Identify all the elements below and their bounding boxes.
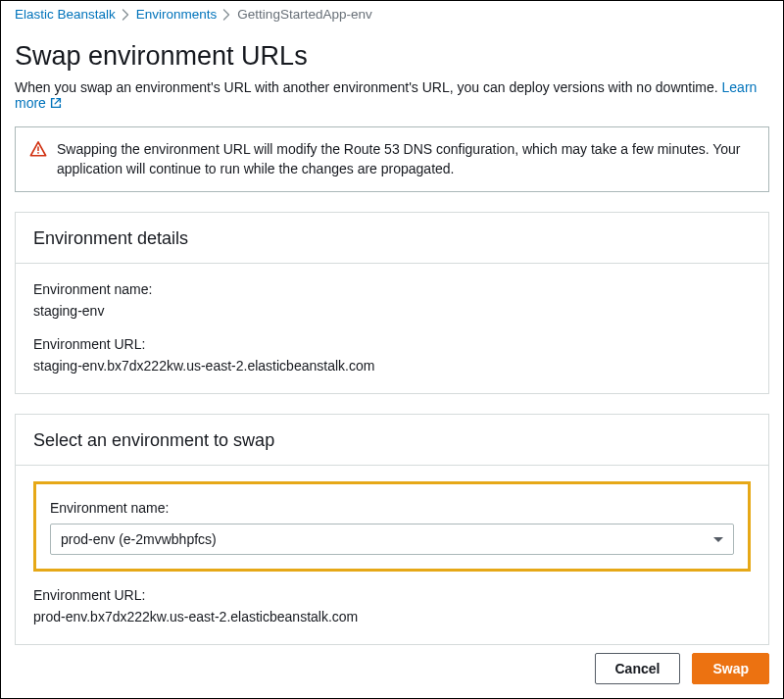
env-name-label: Environment name: <box>33 281 751 297</box>
env-name-value: staging-env <box>33 303 751 319</box>
breadcrumb: Elastic Beanstalk Environments GettingSt… <box>15 7 769 22</box>
breadcrumb-link-environments[interactable]: Environments <box>136 7 218 22</box>
env-url-value: staging-env.bx7dx222kw.us-east-2.elastic… <box>33 358 751 374</box>
external-link-icon <box>49 96 63 113</box>
env-name-label: Environment name: <box>50 500 734 516</box>
swap-button[interactable]: Swap <box>692 653 769 684</box>
breadcrumb-link-root[interactable]: Elastic Beanstalk <box>15 7 116 22</box>
env-url-label: Environment URL: <box>33 587 751 603</box>
env-url-value: prod-env.bx7dx222kw.us-east-2.elasticbea… <box>33 609 751 624</box>
panel-heading: Environment details <box>16 213 768 264</box>
page-title: Swap environment URLs <box>15 41 769 72</box>
environment-details-panel: Environment details Environment name: st… <box>15 212 769 394</box>
breadcrumb-current: GettingStartedApp-env <box>237 7 371 22</box>
warning-icon <box>29 139 47 161</box>
footer-buttons: Cancel Swap <box>595 653 770 684</box>
highlighted-field: Environment name: prod-env (e-2mvwbhpfcs… <box>33 481 751 572</box>
env-url-label: Environment URL: <box>33 336 751 352</box>
chevron-right-icon <box>222 9 231 21</box>
svg-rect-1 <box>37 152 39 154</box>
warning-alert: Swapping the environment URL will modify… <box>15 126 769 192</box>
panel-heading: Select an environment to swap <box>16 415 768 466</box>
subtitle-text: When you swap an environment's URL with … <box>15 79 722 95</box>
warning-text: Swapping the environment URL will modify… <box>57 139 755 179</box>
environment-select[interactable]: prod-env (e-2mvwbhpfcs) <box>50 524 734 555</box>
svg-rect-0 <box>37 146 39 151</box>
page-subtitle: When you swap an environment's URL with … <box>15 79 769 113</box>
select-environment-panel: Select an environment to swap Environmen… <box>15 414 769 645</box>
cancel-button[interactable]: Cancel <box>595 653 681 684</box>
chevron-right-icon <box>122 9 130 21</box>
